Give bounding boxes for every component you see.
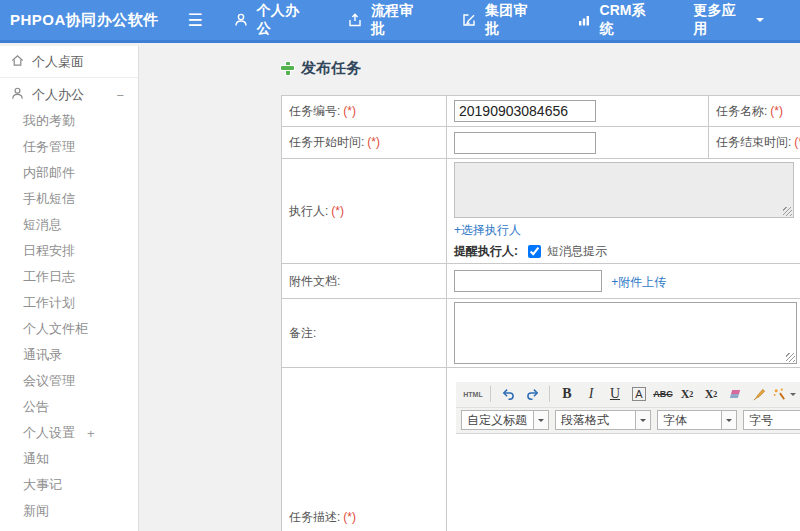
caret-down-icon: [635, 410, 651, 430]
sidebar-item-task-management[interactable]: 任务管理: [0, 134, 138, 160]
sidebar-item-personal-settings[interactable]: 个人设置 +: [0, 420, 138, 446]
table-row: 附件文档: +附件上传: [282, 264, 800, 299]
editor-content-area[interactable]: [456, 434, 800, 531]
sidebar-item-contacts[interactable]: 通讯录: [0, 342, 138, 368]
font-size-select[interactable]: 字号: [743, 410, 800, 430]
topbar: PHPOA协同办公软件 ☰ 个人办公 流程审批: [0, 0, 800, 43]
editor-toolbar-row2: 自定义标题 段落格式 字体 字号: [456, 408, 800, 434]
app-logo: PHPOA协同办公软件: [0, 11, 175, 30]
sidebar-item-work-plan[interactable]: 工作计划: [0, 290, 138, 316]
subscript-button[interactable]: X2: [700, 384, 722, 404]
user-icon: [233, 12, 249, 28]
html-source-button[interactable]: HTML: [462, 384, 484, 404]
caret-down-icon: [756, 18, 764, 26]
remark-textarea[interactable]: [454, 302, 797, 364]
table-row: 任务编号:(*) 任务名称:(*): [282, 96, 800, 127]
caret-down-icon: [533, 410, 549, 430]
sidebar-item-announcement[interactable]: 公告: [0, 394, 138, 420]
italic-button[interactable]: I: [580, 384, 602, 404]
nav-label: 更多应用: [694, 2, 748, 38]
task-no-input[interactable]: [454, 100, 596, 122]
user-icon: [10, 86, 25, 104]
remind-executor-label: 提醒执行人:: [454, 243, 518, 260]
page-title-text: 发布任务: [301, 59, 361, 78]
flow-approval-icon: [347, 12, 363, 28]
sidebar-item-personal-files[interactable]: 个人文件柜: [0, 316, 138, 342]
publish-task-form: 任务编号:(*) 任务名称:(*) 任务开始时间:(*) 任务结束时间:(*): [281, 95, 800, 531]
sidebar-item-personal-office[interactable]: 个人办公 −: [0, 82, 138, 108]
nav-group-approval[interactable]: 集团审批: [461, 2, 539, 38]
sidebar: 个人桌面 个人办公 − 我的考勤 任务管理 内部邮件 手机短信 短消息 日程安排…: [0, 46, 139, 531]
sidebar-item-short-message[interactable]: 短消息: [0, 212, 138, 238]
choose-executor-link[interactable]: +选择执行人: [454, 223, 521, 237]
format-brush-icon[interactable]: [748, 384, 770, 404]
page-title: 发布任务: [281, 58, 800, 78]
caret-down-icon: [790, 393, 796, 399]
hamburger-icon[interactable]: ☰: [175, 10, 214, 31]
expand-plus-icon[interactable]: +: [87, 426, 95, 441]
rich-text-editor: HTML: [456, 382, 800, 531]
executor-textarea[interactable]: [454, 162, 794, 218]
sms-tip-checkbox[interactable]: [528, 245, 541, 258]
superscript-button[interactable]: X2: [676, 384, 698, 404]
sidebar-item-label: 个人桌面: [32, 53, 84, 71]
table-row: 任务开始时间:(*) 任务结束时间:(*): [282, 127, 800, 159]
font-button[interactable]: A: [632, 387, 645, 401]
caret-down-icon: [721, 410, 737, 430]
add-plus-icon: [281, 62, 294, 75]
executor-label: 执行人:(*): [282, 159, 447, 264]
table-row: 执行人:(*) +选择执行人 提醒执行人: 短消息提示: [282, 159, 800, 264]
resize-grip[interactable]: [783, 207, 792, 216]
main-content: 发布任务 任务编号:(*) 任务名称:(*) 任务开始时间:(*): [140, 46, 800, 531]
start-time-label: 任务开始时间:(*): [282, 127, 447, 159]
eraser-icon[interactable]: [724, 384, 746, 404]
table-row: 任务描述:(*) HTML: [282, 368, 800, 531]
font-family-select[interactable]: 字体: [657, 410, 737, 430]
nav-label: 流程审批: [371, 2, 425, 38]
sidebar-item-news[interactable]: 新闻: [0, 498, 138, 524]
attachment-input[interactable]: [454, 270, 602, 292]
sidebar-item-meeting-management[interactable]: 会议管理: [0, 368, 138, 394]
sidebar-item-memorabilia[interactable]: 大事记: [0, 472, 138, 498]
start-time-input[interactable]: [454, 132, 596, 154]
group-approval-icon: [461, 12, 477, 28]
top-navigation: 个人办公 流程审批 集团审批 CRM系统: [233, 2, 800, 38]
remark-label: 备注:: [282, 299, 447, 368]
end-time-label: 任务结束时间:(*): [709, 127, 800, 159]
editor-toolbar-row1: HTML: [456, 382, 800, 408]
task-no-label: 任务编号:(*): [282, 96, 447, 127]
nav-personal-office[interactable]: 个人办公: [233, 2, 311, 38]
nav-label: CRM系统: [600, 2, 658, 38]
task-name-label: 任务名称:(*): [709, 96, 800, 127]
crm-chart-icon: [576, 12, 592, 28]
sidebar-item-personal-desktop[interactable]: 个人桌面: [0, 46, 138, 78]
sms-tip-label: 短消息提示: [547, 243, 607, 260]
nav-label: 个人办公: [257, 2, 311, 38]
sidebar-item-work-diary[interactable]: 工作日志: [0, 264, 138, 290]
table-row: 备注:: [282, 299, 800, 368]
collapse-minus-icon[interactable]: −: [116, 88, 124, 103]
sidebar-item-my-attendance[interactable]: 我的考勤: [0, 108, 138, 134]
nav-crm-system[interactable]: CRM系统: [576, 2, 658, 38]
home-icon: [10, 53, 25, 71]
magic-wand-icon[interactable]: [772, 384, 796, 404]
undo-icon[interactable]: [497, 384, 519, 404]
nav-flow-approval[interactable]: 流程审批: [347, 2, 425, 38]
redo-icon[interactable]: [521, 384, 543, 404]
task-desc-label: 任务描述:(*): [282, 368, 447, 531]
sidebar-item-notice[interactable]: 通知: [0, 446, 138, 472]
sidebar-item-schedule[interactable]: 日程安排: [0, 238, 138, 264]
bold-button[interactable]: B: [556, 384, 578, 404]
nav-label: 集团审批: [485, 2, 539, 38]
sidebar-item-mobile-sms[interactable]: 手机短信: [0, 186, 138, 212]
sidebar-item-label: 个人办公: [32, 86, 84, 104]
paragraph-format-select[interactable]: 段落格式: [555, 410, 651, 430]
underline-button[interactable]: U: [604, 384, 626, 404]
attachment-upload-link[interactable]: +附件上传: [611, 275, 666, 289]
nav-more-apps[interactable]: 更多应用: [694, 2, 764, 38]
strikethrough-button[interactable]: ABC: [652, 384, 674, 404]
sidebar-item-internal-mail[interactable]: 内部邮件: [0, 160, 138, 186]
attachment-label: 附件文档:: [282, 264, 447, 299]
resize-grip[interactable]: [786, 353, 795, 362]
custom-title-select[interactable]: 自定义标题: [461, 410, 549, 430]
